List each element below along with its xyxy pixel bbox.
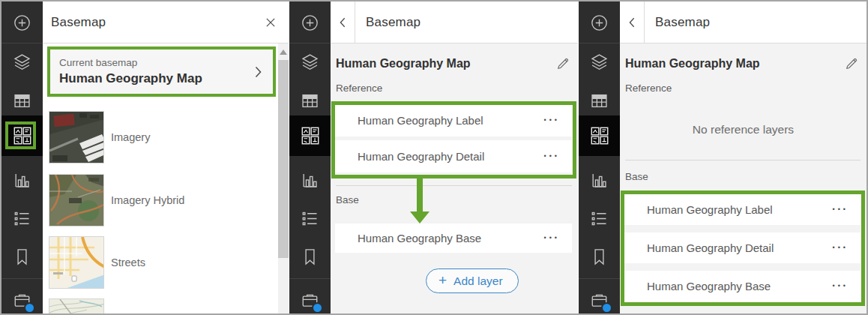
base-section-label: Base [625,171,648,182]
basemap-option-partial[interactable] [49,298,277,314]
basemap-option-label: Imagery [111,131,150,143]
legend-icon[interactable] [579,208,620,229]
toolbar-sidebar [289,2,331,314]
sidebar-divider [289,278,331,279]
layer-row[interactable]: Human Geography Detail ••• [624,232,861,263]
charts-icon[interactable] [289,170,331,190]
options-menu-icon[interactable]: ••• [833,206,861,213]
options-menu-icon[interactable]: ••• [544,235,572,242]
options-menu-icon[interactable]: ••• [544,117,572,124]
basemap-name: Human Geography Map [336,57,471,70]
notification-dot [312,302,323,314]
no-reference-layers-message: No reference layers [620,123,867,136]
panel-title: Basemap [355,15,421,30]
edit-pencil-icon[interactable] [844,56,859,71]
basemap-thumbnail [49,111,104,164]
layer-name: Human Geography Detail [335,150,484,163]
scrollbar-thumb[interactable] [278,60,289,258]
screenshot-root: Basemap Current basemap Human Geography … [0,0,868,315]
basemap-name: Human Geography Map [625,57,760,70]
basemap-icon-active[interactable] [579,116,620,156]
panel-header: Basemap [43,2,289,44]
folder-icon[interactable] [289,290,331,310]
add-layer-label: Add layer [453,274,502,288]
basemap-option-label: Streets [111,256,145,268]
layer-row[interactable]: Human Geography Label ••• [624,194,861,225]
current-basemap-value: Human Geography Map [59,71,273,86]
basemap-edit-body: Human Geography Map Reference No referen… [620,44,867,314]
sidebar-divider [579,278,620,279]
panel-header: Basemap [331,2,578,44]
layer-name: Human Geography Base [335,232,481,244]
toolbar-sidebar [1,2,43,314]
add-icon[interactable] [1,12,43,33]
charts-icon[interactable] [579,170,620,190]
table-icon[interactable] [289,90,331,111]
legend-icon[interactable] [289,208,331,229]
layer-name: Human Geography Detail [624,242,774,254]
panel-header: Basemap [620,2,867,44]
panel-title: Basemap [645,15,710,30]
current-basemap-label: Current basemap [59,57,273,68]
notification-dot [24,302,35,314]
basemap-thumbnail [49,298,104,314]
layer-name: Human Geography Label [624,203,773,216]
layer-name: Human Geography Base [624,280,771,292]
basemap-gallery-body: Current basemap Human Geography Map Imag… [43,44,278,314]
folder-icon[interactable] [579,290,620,310]
table-icon[interactable] [1,90,43,111]
panel-title: Basemap [51,15,106,30]
add-icon[interactable] [289,12,331,33]
folder-icon[interactable] [1,290,43,310]
add-icon[interactable] [579,12,620,33]
layer-row[interactable]: Human Geography Detail ••• [335,140,572,172]
layer-name: Human Geography Label [335,114,483,127]
sidebar-divider [579,43,620,44]
options-menu-icon[interactable]: ••• [833,283,861,290]
charts-icon[interactable] [1,170,43,190]
bookmark-icon[interactable] [289,246,331,267]
sidebar-divider [1,278,43,279]
panel-basemap-gallery: Basemap Current basemap Human Geography … [1,2,289,314]
layers-icon[interactable] [1,51,43,72]
layers-icon[interactable] [289,51,331,72]
sidebar-divider [289,43,331,44]
basemap-icon-active[interactable] [289,116,331,156]
scrollbar[interactable] [278,44,289,314]
back-icon[interactable] [620,2,645,43]
layer-row[interactable]: Human Geography Base ••• [335,224,572,253]
basemap-option-label: Imagery Hybrid [111,194,184,206]
layer-row[interactable]: Human Geography Label ••• [335,104,572,136]
options-menu-icon[interactable]: ••• [833,244,861,251]
layers-icon[interactable] [579,51,620,72]
base-section-label: Base [336,194,359,206]
bookmark-icon[interactable] [579,246,620,267]
back-icon[interactable] [331,2,355,43]
basemap-option-imagery-hybrid[interactable]: Imagery Hybrid [49,174,277,226]
basemap-thumbnail [49,236,104,289]
close-icon[interactable] [265,17,276,28]
notification-dot [601,302,612,314]
table-icon[interactable] [579,90,620,111]
layer-row[interactable]: Human Geography Base ••• [624,271,861,302]
options-menu-icon[interactable]: ••• [544,153,572,160]
bookmark-icon[interactable] [1,246,43,267]
current-basemap-card[interactable]: Current basemap Human Geography Map [47,46,276,97]
panel-basemap-edit-before: Basemap Human Geography Map Reference Hu… [289,2,578,314]
reference-section-label: Reference [336,82,382,94]
basemap-option-streets[interactable]: Streets [49,236,277,289]
section-divider [625,160,861,160]
reference-section-label: Reference [625,82,672,94]
add-layer-button[interactable]: + Add layer [426,268,519,293]
edit-pencil-icon[interactable] [555,56,570,71]
basemap-thumbnail [49,174,104,226]
chevron-right-icon [254,65,262,79]
scrollbar-up-arrow[interactable] [280,50,287,55]
plus-icon: + [438,273,447,287]
legend-icon[interactable] [1,208,43,229]
basemap-edit-body: Human Geography Map Reference Human Geog… [331,44,578,314]
section-divider [336,185,572,186]
basemap-icon-active[interactable] [1,116,43,156]
basemap-option-imagery[interactable]: Imagery [49,111,277,164]
sidebar-divider [1,43,43,44]
